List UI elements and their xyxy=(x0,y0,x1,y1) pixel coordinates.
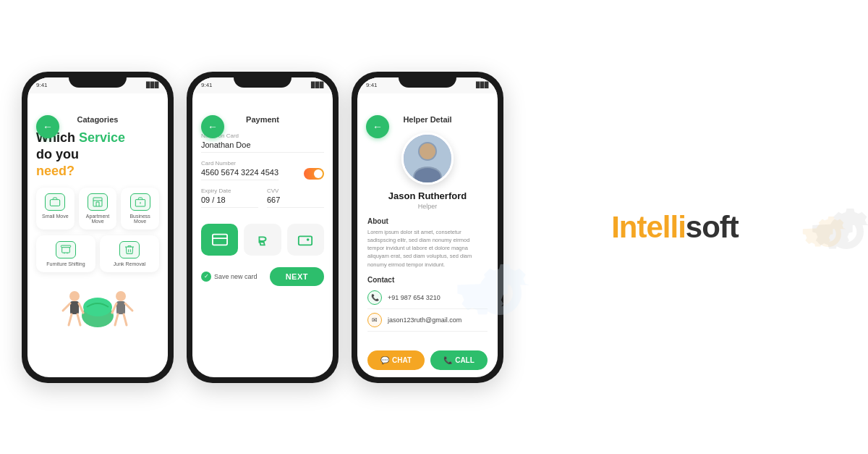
svg-line-14 xyxy=(125,303,132,311)
payment-methods xyxy=(201,224,324,256)
back-button-2[interactable] xyxy=(201,115,224,138)
furniture-label: Furniture Shifting xyxy=(46,261,85,266)
notch-3 xyxy=(399,72,456,88)
name-value[interactable]: Jonathan Doe xyxy=(201,140,324,153)
phone-categories: 9:41 ▉▉▉ Catagories Which Service do you… xyxy=(22,72,174,383)
furniture-icon xyxy=(56,241,76,258)
svg-rect-6 xyxy=(70,301,79,314)
heading-need: need? xyxy=(36,164,75,178)
card-number-group: Card Number 4560 5674 3224 4543 xyxy=(201,160,324,180)
small-move-icon xyxy=(45,193,65,211)
email-icon: ✉ xyxy=(367,313,382,327)
heading-doyou: do you xyxy=(36,147,79,161)
save-toggle[interactable] xyxy=(304,168,324,180)
apartment-move-label: Apartment Move xyxy=(86,214,109,224)
service-card-small-move[interactable]: Small Move xyxy=(36,188,75,230)
svg-point-5 xyxy=(69,291,80,301)
expiry-label: Expiry Date xyxy=(201,188,258,194)
svg-line-9 xyxy=(69,314,72,325)
back-button-1[interactable] xyxy=(36,115,59,138)
chat-button[interactable]: 💬 CHAT xyxy=(367,350,425,370)
brand-section: Intellisoft xyxy=(503,210,846,245)
cvv-label: CVV xyxy=(267,188,324,194)
svg-rect-17 xyxy=(213,234,227,245)
chat-label: CHAT xyxy=(392,356,412,364)
card-number-value[interactable]: 4560 5674 3224 4543 xyxy=(201,168,278,180)
phone-icon: 📞 xyxy=(367,290,382,305)
service-card-apartment-move[interactable]: Apartment Move xyxy=(79,188,117,230)
action-buttons: 💬 CHAT 📞 CALL xyxy=(367,345,488,370)
brand-intelli: Intelli xyxy=(611,210,686,244)
notch-1 xyxy=(69,72,127,88)
service-card-business-move[interactable]: Business Move xyxy=(121,188,159,230)
cvv-group: CVV 667 xyxy=(267,188,324,208)
service-card-furniture[interactable]: Furniture Shifting xyxy=(36,235,95,272)
small-move-label: Small Move xyxy=(42,214,69,219)
business-move-label: Business Move xyxy=(129,214,150,224)
svg-line-16 xyxy=(124,314,127,325)
illustration xyxy=(36,278,159,339)
service-grid: Small Move Apartment Move Business Move xyxy=(36,188,159,230)
call-button[interactable]: 📞 CALL xyxy=(430,350,488,370)
phone-number: +91 987 654 3210 xyxy=(388,294,441,301)
check-icon: ✓ xyxy=(201,272,211,282)
svg-line-8 xyxy=(79,303,83,313)
about-label: About xyxy=(367,217,488,225)
apartment-move-icon xyxy=(88,193,108,211)
save-text: Save new card xyxy=(214,273,258,280)
svg-point-11 xyxy=(116,291,126,301)
svg-rect-12 xyxy=(116,301,125,314)
payment-method-wallet[interactable] xyxy=(287,224,324,256)
helper-name: Jason Rutherford xyxy=(367,190,488,201)
chat-icon: 💬 xyxy=(380,356,389,364)
junk-icon xyxy=(119,241,140,258)
call-label: CALL xyxy=(455,356,475,364)
brand-logo: Intellisoft xyxy=(611,210,739,245)
payment-method-paypal[interactable] xyxy=(244,224,281,256)
phones-container: 9:41 ▉▉▉ Catagories Which Service do you… xyxy=(22,72,503,383)
avatar-wrap xyxy=(367,133,488,185)
svg-line-10 xyxy=(77,314,80,325)
helper-avatar xyxy=(401,133,454,185)
svg-line-13 xyxy=(112,303,116,313)
phone-payment: 9:41 ▉▉▉ Payment Name on Card Jonathan D… xyxy=(187,72,339,383)
heading-service: Service xyxy=(79,130,125,145)
save-label: ✓ Save new card xyxy=(201,272,258,282)
junk-label: Junk Removal xyxy=(114,261,145,266)
svg-rect-0 xyxy=(51,199,60,206)
svg-line-15 xyxy=(115,314,118,325)
helper-role: Helper xyxy=(367,203,488,210)
brand-soft: soft xyxy=(686,210,739,244)
service-card-junk[interactable]: Junk Removal xyxy=(100,235,159,272)
expiry-value[interactable]: 09 / 18 xyxy=(201,196,258,208)
service-grid-2: Furniture Shifting Junk Removal xyxy=(36,235,159,272)
back-button-3[interactable] xyxy=(366,115,389,138)
card-number-label: Card Number xyxy=(201,160,324,167)
gear-bottom-right xyxy=(796,201,861,266)
gear-left-bg xyxy=(446,239,554,348)
next-button[interactable]: NEXT xyxy=(270,267,324,286)
expiry-group: Expiry Date 09 / 18 xyxy=(201,188,258,208)
card-number-row: 4560 5674 3224 4543 xyxy=(201,168,324,180)
notch-2 xyxy=(234,72,292,88)
expiry-cvv-row: Expiry Date 09 / 18 CVV 667 xyxy=(201,188,324,215)
payment-method-card[interactable] xyxy=(201,224,238,256)
cvv-value[interactable]: 667 xyxy=(267,196,324,208)
service-heading: Which Service do you need? xyxy=(36,130,159,180)
svg-point-22 xyxy=(420,143,435,159)
call-icon: 📞 xyxy=(443,356,452,364)
business-move-icon xyxy=(130,193,150,211)
svg-line-7 xyxy=(63,303,70,311)
save-row: ✓ Save new card NEXT xyxy=(201,263,324,286)
